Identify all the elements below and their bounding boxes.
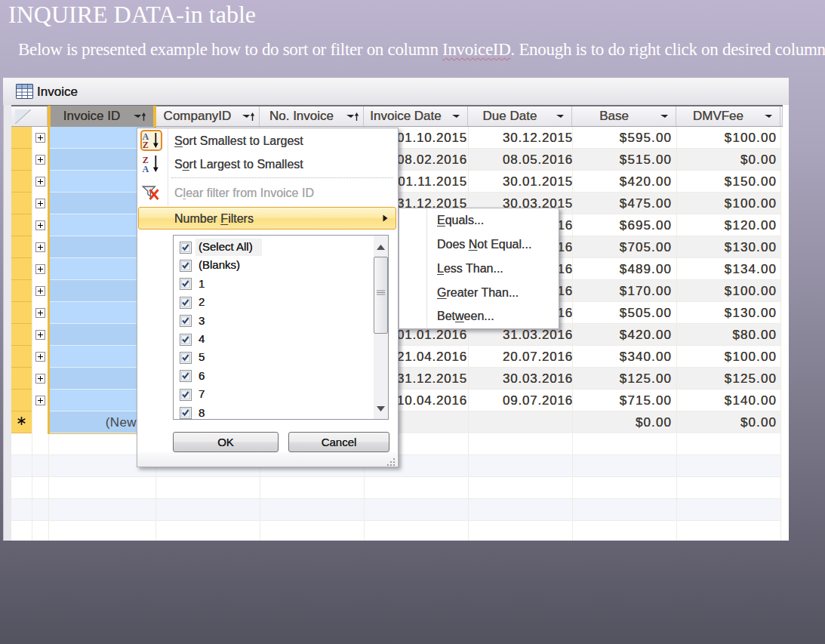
svg-text:Z: Z xyxy=(143,140,149,149)
svg-text:A: A xyxy=(143,164,149,173)
